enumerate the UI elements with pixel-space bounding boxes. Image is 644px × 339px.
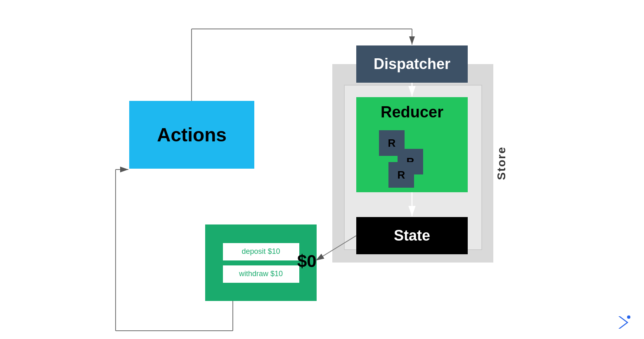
dollar-value: $0 <box>297 251 317 271</box>
state-label: State <box>394 227 430 244</box>
store-label-container: Store <box>493 64 510 263</box>
r-boxes-container: R R R <box>356 128 468 190</box>
reducer-label: Reducer <box>381 103 443 121</box>
deposit-button[interactable]: deposit $10 <box>223 243 299 260</box>
codurance-logo <box>615 314 632 331</box>
store-label: Store <box>495 146 508 180</box>
diagram: Actions Store Dispatcher Reducer R R R S… <box>0 0 644 339</box>
actions-box: Actions <box>129 101 254 169</box>
svg-marker-12 <box>618 316 628 329</box>
state-box: State <box>356 217 468 254</box>
actions-label: Actions <box>157 124 227 146</box>
dispatcher-label: Dispatcher <box>374 55 450 73</box>
svg-point-13 <box>627 315 630 319</box>
withdraw-button[interactable]: withdraw $10 <box>223 265 299 283</box>
dispatcher-box: Dispatcher <box>356 45 468 83</box>
arrows-svg <box>0 0 644 339</box>
r-box-3: R <box>388 162 414 188</box>
